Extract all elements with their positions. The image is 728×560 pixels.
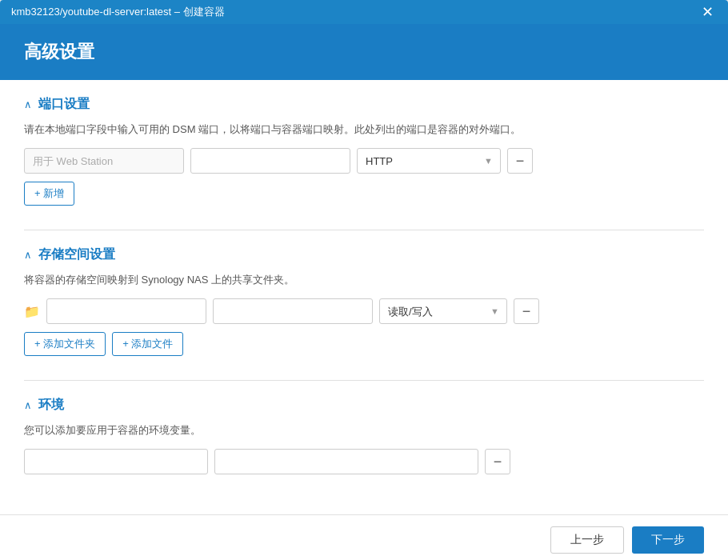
dialog-header: 高级设置 — [0, 24, 728, 80]
create-container-dialog: kmb32123/youtube-dl-server:latest – 创建容器… — [0, 0, 728, 560]
storage-chevron-icon[interactable]: ∧ — [24, 249, 32, 261]
remove-storage-button[interactable]: − — [514, 298, 539, 324]
protocol-select[interactable]: HTTP HTTPS TCP UDP — [357, 148, 501, 174]
port-settings-section: ∧ 端口设置 请在本地端口字段中输入可用的 DSM 端口，以将端口与容器端口映射… — [24, 80, 704, 230]
dialog-title: kmb32123/youtube-dl-server:latest – 创建容器 — [11, 5, 225, 19]
remove-port-button[interactable]: − — [507, 148, 533, 174]
storage-section-title: 存储空间设置 — [38, 246, 115, 263]
container-port-input[interactable]: 8080 — [190, 148, 350, 174]
page-title: 高级设置 — [24, 40, 704, 64]
access-select-wrapper: 读取/写入 只读 ▼ — [379, 298, 507, 324]
dialog-footer: 上一步 下一步 — [0, 514, 728, 560]
env-section-desc: 您可以添加要应用于容器的环境变量。 — [24, 423, 704, 438]
add-port-row: + 新增 — [24, 182, 704, 206]
remove-env-button[interactable]: − — [485, 449, 510, 474]
close-button[interactable]: ✕ — [698, 5, 717, 19]
add-storage-row: + 添加文件夹 + 添加文件 — [24, 332, 704, 356]
protocol-select-wrapper: HTTP HTTPS TCP UDP ▼ — [357, 148, 501, 174]
storage-section-header: ∧ 存储空间设置 — [24, 246, 704, 263]
env-settings-section: ∧ 环境 您可以添加要应用于容器的环境变量。 PATH /usr/local/b… — [24, 381, 704, 498]
add-folder-button[interactable]: + 添加文件夹 — [24, 332, 106, 356]
add-port-button[interactable]: + 新增 — [24, 182, 74, 206]
prev-button[interactable]: 上一步 — [550, 526, 624, 554]
storage-settings-section: ∧ 存储空间设置 将容器的存储空间映射到 Synology NAS 上的共享文件… — [24, 230, 704, 381]
port-section-header: ∧ 端口设置 — [24, 96, 704, 113]
env-row: PATH /usr/local/bin:/usr/local/sb − — [24, 449, 704, 474]
add-file-button[interactable]: + 添加文件 — [112, 332, 183, 356]
content-area: ∧ 端口设置 请在本地端口字段中输入可用的 DSM 端口，以将端口与容器端口映射… — [0, 80, 728, 514]
container-path-input[interactable]: /youtube-dl — [213, 298, 373, 324]
storage-section-desc: 将容器的存储空间映射到 Synology NAS 上的共享文件夹。 — [24, 273, 704, 287]
env-section-header: ∧ 环境 — [24, 397, 704, 414]
access-select[interactable]: 读取/写入 只读 — [379, 298, 507, 324]
storage-row: 📁 /download/YouTube_dl /youtube-dl 读取/写入… — [24, 298, 704, 324]
next-button[interactable]: 下一步 — [632, 526, 704, 554]
port-row: 8080 HTTP HTTPS TCP UDP ▼ − — [24, 148, 704, 174]
folder-icon: 📁 — [24, 304, 40, 319]
port-chevron-icon[interactable]: ∧ — [24, 98, 32, 110]
env-value-input[interactable]: /usr/local/bin:/usr/local/sb — [214, 449, 478, 474]
env-chevron-icon[interactable]: ∧ — [24, 399, 32, 411]
env-key-input[interactable]: PATH — [24, 449, 208, 474]
local-port-input[interactable] — [24, 148, 184, 174]
host-folder-input[interactable]: /download/YouTube_dl — [46, 298, 206, 324]
port-section-title: 端口设置 — [38, 96, 90, 113]
title-bar: kmb32123/youtube-dl-server:latest – 创建容器… — [0, 0, 728, 24]
env-section-title: 环境 — [38, 397, 64, 414]
port-section-desc: 请在本地端口字段中输入可用的 DSM 端口，以将端口与容器端口映射。此处列出的端… — [24, 122, 704, 137]
